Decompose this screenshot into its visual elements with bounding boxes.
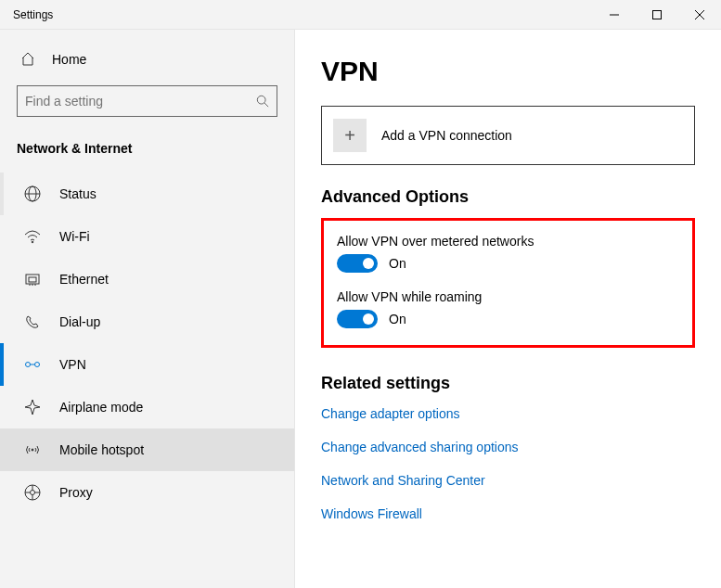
sidebar: Home Network & Internet Status Wi-Fi Eth… (0, 30, 295, 588)
sidebar-item-airplane[interactable]: Airplane mode (0, 386, 294, 428)
toggle-knob (363, 313, 374, 325)
svg-point-16 (35, 363, 40, 367)
airplane-icon (24, 399, 41, 415)
vpn-icon (24, 356, 41, 373)
sidebar-item-label: Mobile hotspot (59, 442, 144, 457)
window-title: Settings (0, 8, 593, 21)
roaming-toggle[interactable] (337, 310, 378, 328)
add-vpn-label: Add a VPN connection (381, 128, 512, 143)
add-vpn-button[interactable]: + Add a VPN connection (321, 106, 695, 165)
home-nav[interactable]: Home (0, 43, 294, 76)
related-settings: Related settings Change adapter options … (321, 374, 695, 521)
ethernet-icon (24, 271, 41, 288)
maximize-button[interactable] (636, 0, 678, 30)
sidebar-item-label: VPN (59, 357, 86, 372)
home-icon (20, 52, 35, 67)
roaming-label: Allow VPN while roaming (337, 289, 679, 304)
sidebar-item-hotspot[interactable]: Mobile hotspot (0, 428, 294, 471)
related-heading: Related settings (321, 374, 695, 393)
svg-rect-11 (29, 277, 36, 282)
metered-state: On (389, 256, 406, 271)
plus-icon: + (333, 119, 367, 152)
metered-toggle[interactable] (337, 254, 378, 273)
sidebar-item-dialup[interactable]: Dial-up (0, 300, 294, 343)
status-icon (24, 185, 41, 202)
search-input[interactable] (25, 94, 256, 109)
svg-point-9 (32, 241, 33, 243)
svg-point-18 (32, 449, 33, 451)
proxy-icon (24, 484, 41, 501)
minimize-icon (610, 10, 619, 19)
svg-rect-1 (653, 10, 662, 19)
advanced-options-heading: Advanced Options (321, 187, 695, 207)
main-content: VPN + Add a VPN connection Advanced Opti… (295, 30, 721, 588)
link-sharing-options[interactable]: Change advanced sharing options (321, 440, 695, 454)
sidebar-item-ethernet[interactable]: Ethernet (0, 258, 294, 300)
toggle-knob (363, 258, 374, 269)
wifi-icon (24, 228, 41, 245)
svg-line-5 (264, 103, 268, 107)
search-box[interactable] (17, 85, 277, 117)
home-label: Home (52, 52, 86, 67)
sidebar-item-proxy[interactable]: Proxy (0, 471, 294, 514)
sidebar-item-label: Dial-up (59, 314, 100, 329)
minimize-button[interactable] (593, 0, 636, 30)
sidebar-item-label: Proxy (59, 485, 93, 500)
hotspot-icon (24, 441, 41, 458)
maximize-icon (652, 10, 662, 19)
sidebar-item-vpn[interactable]: VPN (0, 343, 294, 386)
sidebar-item-label: Status (59, 186, 97, 201)
search-icon (256, 95, 269, 108)
close-button[interactable] (678, 0, 721, 30)
roaming-state: On (389, 312, 406, 326)
sidebar-item-status[interactable]: Status (0, 173, 294, 215)
page-title: VPN (321, 56, 695, 87)
sidebar-item-label: Airplane mode (59, 400, 143, 415)
sidebar-item-wifi[interactable]: Wi-Fi (0, 215, 294, 258)
metered-label: Allow VPN over metered networks (337, 234, 679, 249)
advanced-options-highlight: Allow VPN over metered networks On Allow… (321, 218, 695, 348)
svg-point-15 (26, 363, 31, 367)
svg-point-20 (31, 491, 35, 495)
sidebar-item-label: Ethernet (59, 272, 109, 287)
link-network-sharing-center[interactable]: Network and Sharing Center (321, 473, 695, 488)
dialup-icon (24, 313, 41, 330)
link-adapter-options[interactable]: Change adapter options (321, 406, 695, 421)
close-icon (695, 10, 704, 19)
link-windows-firewall[interactable]: Windows Firewall (321, 506, 695, 521)
title-bar: Settings (0, 0, 721, 30)
section-title: Network & Internet (0, 135, 294, 173)
sidebar-item-label: Wi-Fi (59, 229, 90, 244)
